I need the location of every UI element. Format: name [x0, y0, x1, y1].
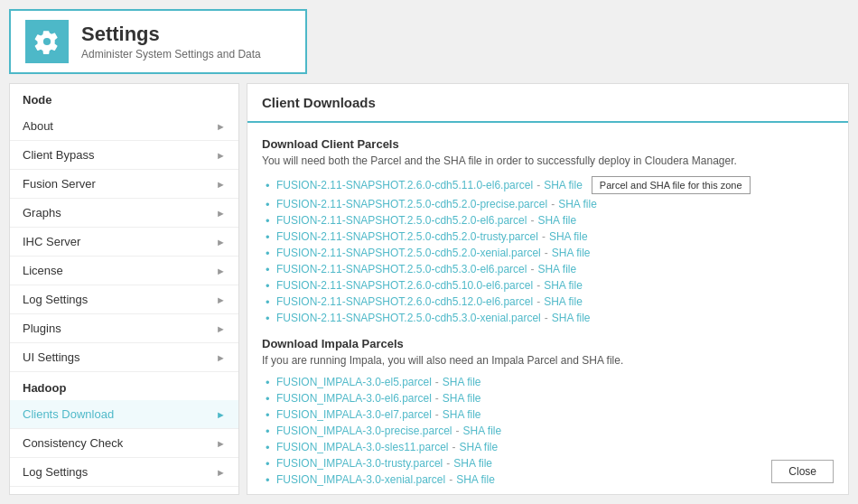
parcel-link-7[interactable]: FUSION-2.11-SNAPSHOT.2.6.0-cdh5.12.0-el6… [276, 295, 533, 308]
impala-row-1: FUSION_IMPALA-3.0-el6.parcel - SHA file [262, 392, 834, 405]
client-parcels-title: Download Client Parcels [262, 137, 834, 151]
impala-parcels-desc: If you are running Impala, you will also… [262, 354, 834, 367]
parcel-row-4: FUSION-2.11-SNAPSHOT.2.5.0-cdh5.2.0-xeni… [262, 247, 834, 259]
impala-parcels-title: Download Impala Parcels [262, 337, 834, 350]
settings-icon [25, 20, 69, 63]
impala-row-2: FUSION_IMPALA-3.0-el7.parcel - SHA file [262, 408, 834, 421]
sidebar: Node About ► Client Bypass ► Fusion Serv… [9, 83, 239, 495]
sidebar-item-graphs[interactable]: Graphs ► [10, 199, 238, 228]
close-button-container: Close [771, 460, 834, 483]
sha-link-8[interactable]: SHA file [552, 312, 591, 324]
chevron-icon: ► [216, 294, 226, 305]
parcel-row-3: FUSION-2.11-SNAPSHOT.2.5.0-cdh5.2.0-trus… [262, 230, 834, 243]
chevron-icon: ► [216, 352, 226, 363]
content-title: Client Downloads [247, 84, 848, 123]
sidebar-item-log-settings[interactable]: Log Settings ► [10, 285, 238, 314]
sidebar-item-license[interactable]: License ► [10, 257, 238, 285]
parcel-link-2[interactable]: FUSION-2.11-SNAPSHOT.2.5.0-cdh5.2.0-el6.… [276, 214, 527, 227]
parcel-row-2: FUSION-2.11-SNAPSHOT.2.5.0-cdh5.2.0-el6.… [262, 214, 834, 227]
parcel-link-0[interactable]: FUSION-2.11-SNAPSHOT.2.6.0-cdh5.11.0-el6… [276, 179, 533, 191]
zone-button[interactable]: Parcel and SHA file for this zone [592, 176, 751, 194]
chevron-icon: ► [216, 409, 226, 420]
chevron-icon: ► [216, 438, 226, 449]
impala-sha-6[interactable]: SHA file [456, 473, 495, 486]
chevron-icon: ► [216, 121, 226, 132]
sha-link-3[interactable]: SHA file [549, 230, 588, 243]
chevron-icon: ► [216, 266, 226, 276]
impala-row-4: FUSION_IMPALA-3.0-sles11.parcel - SHA fi… [262, 441, 834, 453]
chevron-icon: ► [216, 467, 226, 478]
sha-link-5[interactable]: SHA file [537, 263, 576, 275]
content-area: Client Downloads Download Client Parcels… [247, 83, 849, 495]
impala-row-3: FUSION_IMPALA-3.0-precise.parcel - SHA f… [262, 425, 834, 437]
header-text: Settings Administer System Settings and … [81, 23, 261, 61]
parcel-link-5[interactable]: FUSION-2.11-SNAPSHOT.2.5.0-cdh5.3.0-el6.… [276, 263, 527, 275]
impala-row-0: FUSION_IMPALA-3.0-el5.parcel - SHA file [262, 376, 834, 388]
impala-link-5[interactable]: FUSION_IMPALA-3.0-trusty.parcel [276, 457, 443, 470]
impala-sha-4[interactable]: SHA file [460, 441, 499, 453]
sidebar-item-consistency-check[interactable]: Consistency Check ► [10, 429, 238, 458]
sidebar-section-node: Node [10, 84, 238, 112]
sha-link-1[interactable]: SHA file [558, 198, 597, 210]
impala-row-6: FUSION_IMPALA-3.0-xenial.parcel - SHA fi… [262, 473, 834, 486]
chevron-icon: ► [216, 323, 226, 334]
parcel-link-3[interactable]: FUSION-2.11-SNAPSHOT.2.5.0-cdh5.2.0-trus… [276, 230, 538, 243]
impala-link-2[interactable]: FUSION_IMPALA-3.0-el7.parcel [276, 408, 432, 421]
sha-link-2[interactable]: SHA file [537, 214, 576, 227]
sha-link-6[interactable]: SHA file [544, 279, 583, 292]
sidebar-item-about[interactable]: About ► [10, 112, 238, 141]
impala-link-6[interactable]: FUSION_IMPALA-3.0-xenial.parcel [276, 473, 445, 486]
impala-link-4[interactable]: FUSION_IMPALA-3.0-sles11.parcel [276, 441, 449, 453]
close-button[interactable]: Close [771, 460, 834, 483]
chevron-icon: ► [216, 208, 226, 219]
app-subtitle: Administer System Settings and Data [81, 48, 261, 61]
impala-sha-2[interactable]: SHA file [443, 408, 481, 421]
parcel-link-6[interactable]: FUSION-2.11-SNAPSHOT.2.6.0-cdh5.10.0-el6… [276, 279, 533, 292]
parcel-link-4[interactable]: FUSION-2.11-SNAPSHOT.2.5.0-cdh5.2.0-xeni… [276, 247, 541, 259]
sidebar-item-log-settings-hadoop[interactable]: Log Settings ► [10, 458, 238, 487]
sidebar-item-plugins[interactable]: Plugins ► [10, 314, 238, 343]
sidebar-item-clients-download[interactable]: Clients Download ► [10, 400, 238, 429]
sidebar-item-ihc-server[interactable]: IHC Server ► [10, 228, 238, 257]
parcel-row-7: FUSION-2.11-SNAPSHOT.2.6.0-cdh5.12.0-el6… [262, 295, 834, 308]
impala-sha-3[interactable]: SHA file [463, 425, 502, 437]
impala-link-0[interactable]: FUSION_IMPALA-3.0-el5.parcel [276, 376, 432, 388]
sidebar-section-security: Security [10, 487, 238, 495]
parcel-row-1: FUSION-2.11-SNAPSHOT.2.5.0-cdh5.2.0-prec… [262, 198, 834, 210]
chevron-icon: ► [216, 179, 226, 190]
parcel-row-5: FUSION-2.11-SNAPSHOT.2.5.0-cdh5.3.0-el6.… [262, 263, 834, 275]
sha-link-0[interactable]: SHA file [544, 179, 583, 191]
impala-link-3[interactable]: FUSION_IMPALA-3.0-precise.parcel [276, 425, 452, 437]
impala-sha-1[interactable]: SHA file [443, 392, 481, 405]
impala-sha-0[interactable]: SHA file [443, 376, 481, 388]
parcel-link-8[interactable]: FUSION-2.11-SNAPSHOT.2.5.0-cdh5.3.0-xeni… [276, 312, 541, 324]
sidebar-item-fusion-server[interactable]: Fusion Server ► [10, 170, 238, 199]
chevron-icon: ► [216, 237, 226, 247]
impala-link-1[interactable]: FUSION_IMPALA-3.0-el6.parcel [276, 392, 432, 405]
parcel-link-1[interactable]: FUSION-2.11-SNAPSHOT.2.5.0-cdh5.2.0-prec… [276, 198, 547, 210]
app-title: Settings [81, 23, 261, 46]
parcel-row-0: FUSION-2.11-SNAPSHOT.2.6.0-cdh5.11.0-el6… [262, 176, 834, 194]
sha-link-4[interactable]: SHA file [552, 247, 591, 259]
impala-row-5: FUSION_IMPALA-3.0-trusty.parcel - SHA fi… [262, 457, 834, 470]
sidebar-item-ui-settings[interactable]: UI Settings ► [10, 343, 238, 372]
content-body: Download Client Parcels You will need bo… [247, 123, 848, 495]
chevron-icon: ► [216, 150, 226, 161]
sidebar-item-client-bypass[interactable]: Client Bypass ► [10, 141, 238, 170]
client-parcels-desc: You will need both the Parcel and the SH… [262, 154, 834, 167]
sidebar-section-hadoop: Hadoop [10, 372, 238, 400]
impala-sha-5[interactable]: SHA file [453, 457, 492, 470]
app-header: Settings Administer System Settings and … [9, 9, 307, 74]
parcel-row-8: FUSION-2.11-SNAPSHOT.2.5.0-cdh5.3.0-xeni… [262, 312, 834, 324]
parcel-row-6: FUSION-2.11-SNAPSHOT.2.6.0-cdh5.10.0-el6… [262, 279, 834, 292]
sha-link-7[interactable]: SHA file [544, 295, 583, 308]
